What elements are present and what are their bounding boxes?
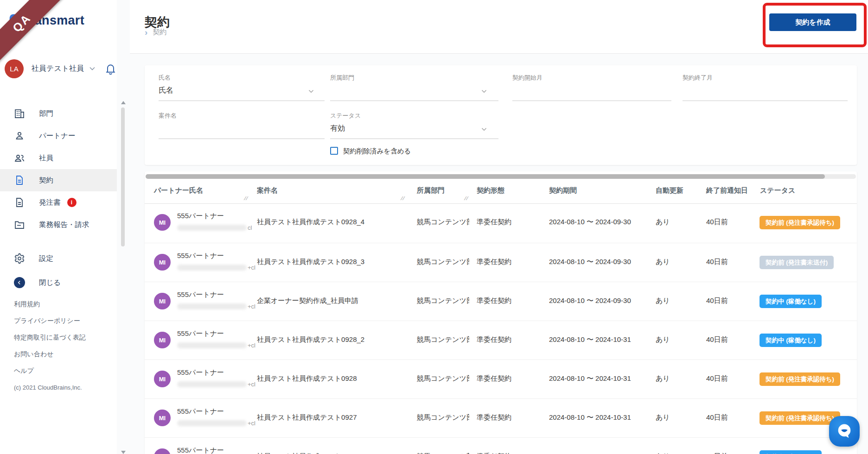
contract-type-cell: 準委任契約 <box>477 335 511 344</box>
partner-name: 555パートナー <box>177 252 224 260</box>
table-row[interactable]: MI 555パートナー +cl 社員テスト社員作成テスト0928 競馬コンテンツ… <box>145 360 857 399</box>
column-header-5[interactable]: 自動更新 <box>656 186 683 195</box>
table-row[interactable]: MI 555パートナー +cl 社員テスト社員作成テスト0928_3 競馬コンテ… <box>145 243 857 282</box>
name-filter-label: 氏名 <box>159 74 171 82</box>
contract-type-cell: 準委任契約 <box>477 413 511 422</box>
sidebar-footer-link[interactable]: お問い合わせ <box>14 349 86 366</box>
sidebar-item-label: 部門 <box>39 109 53 119</box>
scroll-up-arrow-icon[interactable] <box>121 101 126 104</box>
auto-renew-cell: あり <box>656 374 670 383</box>
notice-cell: 40日前 <box>706 413 728 422</box>
department-cell: 競馬コンテンツ部 <box>417 452 469 454</box>
column-header-1[interactable]: 案件名 <box>257 186 278 195</box>
notice-cell: 40日前 <box>706 374 728 383</box>
sidebar-item-1[interactable]: パートナー <box>0 125 117 147</box>
sidebar-item-0[interactable]: 部門 <box>0 102 117 125</box>
sidebar-item-5[interactable]: 業務報告・請求 <box>0 214 117 236</box>
table-row[interactable]: MI 555パートナー +cl 社員テスト社員作成テスト0928_2 競馬コンテ… <box>145 321 857 360</box>
start-month-filter-underline <box>512 101 671 101</box>
notification-bell-icon[interactable] <box>104 63 117 75</box>
email-visible-suffix: +cl <box>248 342 255 349</box>
name-filter-select[interactable]: 氏名 <box>159 86 173 95</box>
table-row[interactable]: MI 555パートナー cl 社員テスト社員作成テスト0928_4 競馬コンテン… <box>145 203 857 243</box>
contract-period-cell: 2024-08-10 〜 2024-09-30 <box>549 258 631 266</box>
include-deleted-label[interactable]: 契約削除済みを含める <box>343 147 411 156</box>
department-cell: 競馬コンテンツ部 <box>417 258 469 266</box>
table-horizontal-scrollbar-thumb[interactable] <box>146 174 825 179</box>
department-filter-label: 所属部門 <box>330 74 354 82</box>
partner-email: +cl <box>177 341 255 349</box>
chevron-down-icon[interactable] <box>88 64 97 73</box>
sidebar-footer-link[interactable]: プライバシーポリシー <box>14 316 86 333</box>
auto-renew-cell: あり <box>656 296 670 305</box>
case-name-cell: 社員テスト社員作成テスト0928_4 <box>257 218 364 227</box>
status-filter-underline <box>330 139 498 139</box>
sidebar-item-label: 業務報告・請求 <box>39 220 89 230</box>
sidebar-footer-link[interactable]: 特定商取引に基づく表記 <box>14 333 86 349</box>
include-deleted-checkbox[interactable] <box>330 147 338 155</box>
column-resize-handle[interactable]: // <box>243 195 249 201</box>
settings-label: 設定 <box>39 254 53 264</box>
blurred-email-redaction <box>177 265 247 271</box>
column-resize-handle[interactable]: // <box>400 195 406 201</box>
auto-renew-cell: あり <box>656 452 670 454</box>
column-header-4[interactable]: 契約期間 <box>549 186 577 195</box>
table-horizontal-scrollbar[interactable] <box>146 174 856 179</box>
column-header-2[interactable]: 所属部門 <box>417 186 445 195</box>
user-menu[interactable]: LA 社員テスト社員 <box>5 58 117 79</box>
blurred-email-redaction <box>177 225 247 231</box>
sidebar-item-3[interactable]: 契約 <box>0 169 117 191</box>
column-header-7[interactable]: ステータス <box>760 186 795 195</box>
sidebar-item-settings[interactable]: 設定 <box>0 247 117 270</box>
contract-type-cell: 準委任契約 <box>477 218 511 227</box>
blurred-email-redaction <box>177 420 247 426</box>
chevron-down-icon[interactable] <box>480 125 488 133</box>
sidebar-footer-links: 利用規約 プライバシーポリシー 特定商取引に基づく表記 お問い合わせ ヘルプ <box>14 299 86 383</box>
case-name-filter-underline <box>159 139 325 139</box>
partner-name: 555パートナー <box>177 329 224 338</box>
blurred-email-redaction <box>177 342 247 348</box>
department-cell: 競馬コンテンツ部 <box>417 218 469 227</box>
partner-email: +cl <box>177 264 255 271</box>
sidebar-footer-link[interactable]: 利用規約 <box>14 299 86 316</box>
partner-avatar: MI <box>154 332 171 348</box>
partner-name: 555パートナー <box>177 290 224 299</box>
page-header: 契約 › 契約 <box>130 0 868 54</box>
partner-name: 555パートナー <box>177 368 224 377</box>
breadcrumb-current: 契約 <box>153 28 166 37</box>
chat-widget-button[interactable] <box>829 416 860 447</box>
sidebar-collapse-button[interactable]: 閉じる <box>0 271 117 294</box>
contract-type-cell: 準委任契約 <box>477 258 511 266</box>
sidebar-item-4[interactable]: 発注書 i <box>0 191 117 214</box>
end-month-filter-label: 契約終了月 <box>683 74 713 82</box>
column-header-0[interactable]: パートナー氏名 <box>154 186 203 195</box>
sidebar-footer-link[interactable]: ヘルプ <box>14 366 86 383</box>
building-icon <box>14 108 25 119</box>
status-filter-select[interactable]: 有効 <box>330 124 345 133</box>
sidebar-item-label: パートナー <box>39 131 76 141</box>
sidebar-scrollbar[interactable] <box>120 101 126 454</box>
auto-renew-cell: あり <box>656 413 670 422</box>
partner-name: 555パートナー <box>177 446 224 454</box>
partner-avatar: MI <box>154 293 171 309</box>
case-name-cell: 社員テスト社員作成テスト0927 <box>257 413 357 422</box>
case-name-filter-label: 案件名 <box>159 112 177 120</box>
case-name-cell: 社員テスト社員作成テスト0928_3 <box>257 258 364 266</box>
auto-renew-cell: あり <box>656 335 670 344</box>
department-filter-underline <box>330 101 498 101</box>
sidebar-item-2[interactable]: 社員 <box>0 147 117 169</box>
table-row[interactable]: MI 555パートナー +cl 社員テスト社員作成テスト 競馬コンテンツ部 準委… <box>145 438 857 454</box>
table-row[interactable]: MI 555パートナー +cl 企業オーナー契約作成_社員申請 競馬コンテンツ部… <box>145 282 857 321</box>
column-header-6[interactable]: 終了前通知日 <box>706 186 748 195</box>
column-header-3[interactable]: 契約形態 <box>477 186 504 195</box>
chevron-down-icon[interactable] <box>480 87 488 95</box>
chevron-down-icon[interactable] <box>307 87 315 95</box>
partner-avatar: MI <box>154 448 171 454</box>
scroll-down-arrow-icon[interactable] <box>121 451 126 454</box>
column-resize-handle[interactable]: // <box>464 195 469 201</box>
status-badge: 契約中 (稼働なし) <box>760 334 822 347</box>
table-row[interactable]: MI 555パートナー +cl 社員テスト社員作成テスト0927 競馬コンテンツ… <box>145 399 857 438</box>
auto-renew-cell: あり <box>656 218 670 227</box>
create-contract-button[interactable]: 契約を作成 <box>769 13 856 31</box>
sidebar-scrollbar-thumb[interactable] <box>121 107 125 246</box>
